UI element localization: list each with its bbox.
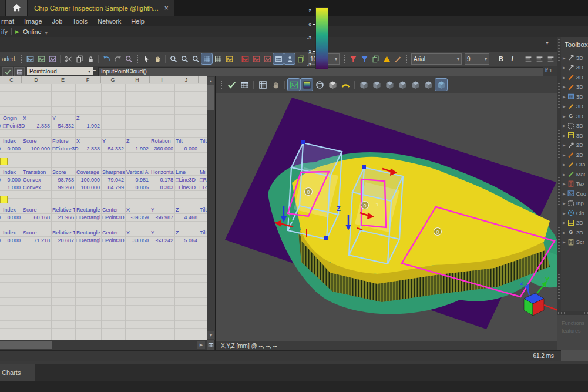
pan-mode-button[interactable] <box>152 53 163 64</box>
toolbar-handle[interactable] <box>405 54 408 63</box>
sheet-cell-F[interactable]: 1.902 <box>75 122 100 129</box>
collapse-ribbon-button[interactable]: ▾ <box>546 39 549 46</box>
sheet-cell-E[interactable]: 98.768 <box>51 176 74 183</box>
status-cell-yellow[interactable] <box>0 196 8 203</box>
sheet-cell-D[interactable]: X <box>23 115 51 122</box>
spreadsheet[interactable]: CDEFGHIJ OriginXYZ0□Point3D-2.838-54.332… <box>0 76 207 340</box>
sheet-cell-J[interactable]: Z <box>176 229 198 236</box>
expander-icon[interactable]: ▶ <box>563 123 566 128</box>
pattern-view-button[interactable] <box>257 79 268 91</box>
document-tab[interactable]: Chip Carrier Inspection Sample @lighth..… <box>28 0 174 16</box>
sheet-cell-I[interactable]: -56.987 <box>150 214 173 221</box>
sheet-cell-E[interactable]: Fixture <box>52 138 75 145</box>
sheet-cell-D[interactable]: 71.218 <box>22 237 50 244</box>
sheet-cell-J[interactable]: Line <box>176 169 198 176</box>
accept-formula-button[interactable] <box>2 67 13 76</box>
expander-icon[interactable]: ▶ <box>563 85 566 89</box>
toolbox-item-2-3d[interactable]: ▶3D <box>561 72 588 82</box>
sheet-cell-G[interactable]: Sharpness <box>102 169 125 176</box>
expander-icon[interactable]: ▶ <box>563 65 566 69</box>
sheet-cell-H[interactable]: 33.850 <box>125 237 149 244</box>
3d-viewport[interactable]: Z 0 0 1 0 X Y Z <box>216 93 557 341</box>
sheet-cell-K[interactable]: Tilt <box>200 138 207 145</box>
sheet-cell-H[interactable]: X <box>126 206 149 213</box>
expander-icon[interactable]: ▶ <box>563 220 566 225</box>
sheet-cell-G[interactable]: Y <box>102 138 125 145</box>
toolbar-handle[interactable] <box>343 54 345 63</box>
sheet-cell-H[interactable]: X <box>126 229 149 236</box>
insert-function-button[interactable] <box>359 53 369 64</box>
sheet-cell-F[interactable]: Rectangle <box>76 206 100 213</box>
undo-button[interactable] <box>101 53 112 64</box>
toolbox-item-6-3d[interactable]: ▶3D <box>561 111 588 121</box>
sheet-cell-I[interactable]: 0.178 <box>150 176 173 183</box>
toolbox-item-11-gra[interactable]: ▶Gra <box>561 160 588 170</box>
save-image-button[interactable] <box>47 53 58 64</box>
sheet-cell-G[interactable]: Center <box>102 206 125 213</box>
image-playback-button[interactable] <box>262 53 273 64</box>
sheet-cell-D[interactable]: Convex <box>23 184 41 191</box>
sheet-cell-D[interactable]: 100.000 <box>22 145 50 152</box>
sheet-cell-H[interactable]: 1.902 <box>125 145 149 152</box>
sheet-cell-C[interactable]: Index <box>3 138 21 145</box>
zoom-out-button[interactable] <box>179 53 190 64</box>
menu-help[interactable]: Help <box>131 18 145 25</box>
sheet-cell-C[interactable]: Index <box>3 169 21 176</box>
sheet-cell-G[interactable]: -54.332 <box>101 145 124 152</box>
sheet-cell-E[interactable]: Relative Til <box>52 229 75 236</box>
sheet-cell-G[interactable]: 79.042 <box>101 176 124 183</box>
sheet-cell-F[interactable]: X <box>76 138 100 145</box>
toolbox-item-8-3d[interactable]: ▶3D <box>561 130 588 140</box>
scrollbar-thumb[interactable] <box>0 341 52 349</box>
expander-icon[interactable]: ▶ <box>563 153 566 157</box>
toolbox-item-0-3d[interactable]: ▶3D <box>561 53 588 63</box>
scrollbar-thumb[interactable] <box>207 85 214 110</box>
sheet-cell-F[interactable]: Z <box>76 115 100 122</box>
view-mesh-button[interactable] <box>327 79 338 91</box>
view-point-cloud-button[interactable] <box>314 79 325 91</box>
column-header-D[interactable]: D <box>22 76 51 83</box>
image-record-button[interactable] <box>251 53 261 64</box>
accept-button[interactable] <box>226 79 237 91</box>
sheet-cell-I[interactable]: Rotation <box>151 138 174 145</box>
scroll-right-icon[interactable]: ▶ <box>197 341 205 349</box>
expander-icon[interactable]: ▶ <box>563 201 566 205</box>
sheet-cell-K[interactable]: □R <box>200 184 207 191</box>
expander-icon[interactable]: ▶ <box>563 192 566 196</box>
scroll-up-icon[interactable]: ▲ <box>207 77 214 85</box>
view-2d-image-button[interactable] <box>288 79 300 91</box>
column-header-C[interactable]: C <box>2 76 22 83</box>
align-left-button[interactable] <box>523 53 533 64</box>
toolbox-item-17-2d[interactable]: ▶2D <box>561 218 588 228</box>
toolbox-item-18-2d[interactable]: ▶2D <box>561 227 588 237</box>
sheet-cell-C[interactable]: 1.000 <box>2 184 21 191</box>
cut-button[interactable] <box>63 53 73 64</box>
column-header-H[interactable]: H <box>125 76 150 83</box>
expander-icon[interactable]: ▶ <box>563 211 566 215</box>
zoom-fit-button[interactable] <box>201 53 212 64</box>
sheet-cell-K[interactable]: □R <box>200 176 207 183</box>
sheet-cell-H[interactable]: Vertical Ang <box>126 169 149 176</box>
sheet-cell-J[interactable]: 0.000 <box>174 145 197 152</box>
copy-button[interactable] <box>74 53 85 64</box>
insert-snippet-button[interactable] <box>348 53 358 64</box>
sheet-cell-B[interactable]: 0 <box>0 176 1 183</box>
sheet-cell-D[interactable]: Score <box>23 206 51 213</box>
expander-icon[interactable]: ▶ <box>563 240 566 244</box>
sheet-cell-D[interactable]: Transition <box>23 169 51 176</box>
toolbox-item-13-tex[interactable]: ▶Tex <box>561 179 588 189</box>
italic-button[interactable]: I <box>507 53 518 64</box>
view-back-button[interactable] <box>409 79 421 91</box>
vertical-scrollbar[interactable]: ▲ ▼ <box>207 76 215 340</box>
cell-reference-select[interactable]: Pointcloud ▾ <box>27 67 93 75</box>
sheet-cell-D[interactable]: Convex <box>23 176 41 183</box>
sheet-cell-D[interactable]: 60.168 <box>22 214 50 221</box>
sheet-cell-J[interactable]: 5.064 <box>174 237 197 244</box>
show-custom-view-button[interactable] <box>284 53 295 64</box>
view-iso-button[interactable] <box>358 79 369 91</box>
sheet-cell-H[interactable]: 0.981 <box>125 176 149 183</box>
panel-splitter[interactable] <box>557 37 561 350</box>
sheet-cell-F[interactable]: □Rectangl <box>76 214 100 221</box>
expander-icon[interactable]: ▶ <box>563 75 566 79</box>
online-caret-icon[interactable]: ▾ <box>45 31 48 36</box>
